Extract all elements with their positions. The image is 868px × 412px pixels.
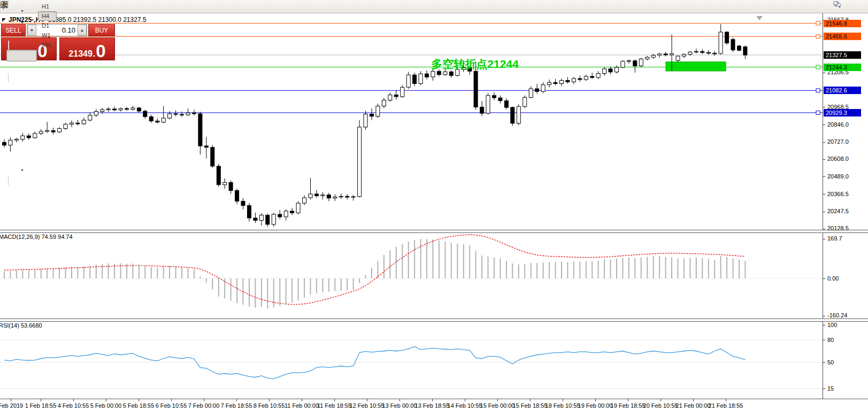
chat-glyph xyxy=(833,0,841,9)
indicators-icon[interactable]: ▾ xyxy=(6,29,37,41)
buy-button[interactable]: BUY xyxy=(88,24,115,36)
timeframe-mn[interactable]: MN xyxy=(38,40,57,50)
macd-tick-mark xyxy=(823,239,825,239)
vertical-line-icon[interactable] xyxy=(6,82,37,94)
macd-histogram xyxy=(4,239,745,308)
time-axis-label: Feb 2019 xyxy=(0,402,23,409)
price-tick-mark xyxy=(823,142,825,143)
annotation-text[interactable]: 多空转折点21244 xyxy=(431,58,519,71)
fibonacci-icon[interactable]: F xyxy=(6,129,37,141)
rsi-tick-mark xyxy=(823,325,825,325)
time-axis-label: 21 Feb 00:00 xyxy=(676,402,711,409)
rsi-tick-label: 50 xyxy=(827,359,834,366)
timeframe-d1[interactable]: D1 xyxy=(38,21,57,30)
time-tick-mark xyxy=(269,399,270,401)
rsi-tick-label: 80 xyxy=(827,337,834,344)
rsi-tick-label: 100 xyxy=(827,322,837,329)
dropdown-caret-icon[interactable]: ▾ xyxy=(21,168,23,173)
toolbar: 单 自动交易▾▾▾EFAT▾ M1M5M15M30H1H4D1W1MN xyxy=(0,0,868,13)
time-tick-mark xyxy=(106,399,106,401)
time-axis-label: 19 Feb 00:00 xyxy=(578,402,613,409)
time-axis-label: 20 Feb 10:55 xyxy=(643,402,678,409)
price-badge: 21082.6 xyxy=(824,87,861,94)
macd-tick-label: 169.7 xyxy=(827,235,842,242)
time-axis-label: 1 Feb 18:55 xyxy=(25,402,57,409)
price-tick-label: 20727.0 xyxy=(827,138,849,145)
time-axis-label: 6 Feb 10:55 xyxy=(156,402,187,409)
chart-canvas[interactable]: 多空转折点21244 xyxy=(0,0,868,412)
crosshair-icon[interactable] xyxy=(6,61,37,73)
rsi-tick-mark xyxy=(823,388,825,389)
trendline-icon[interactable] xyxy=(6,106,37,118)
equidistant-channel-icon[interactable]: E xyxy=(6,118,37,129)
buy-price-main: 21349 xyxy=(68,50,93,58)
time-tick-mark xyxy=(693,399,694,401)
new-order-icon[interactable]: ▾ xyxy=(6,5,37,17)
text-icon[interactable]: A xyxy=(6,141,37,153)
price-tick-label: 20846.0 xyxy=(827,121,849,128)
rsi-panel-divider[interactable] xyxy=(0,318,868,322)
level-end-marker[interactable] xyxy=(816,89,820,92)
time-tick-mark xyxy=(139,399,139,401)
price-badge: 21327.5 xyxy=(824,51,861,59)
time-tick-mark xyxy=(302,399,302,401)
dropdown-caret-icon[interactable]: ▾ xyxy=(21,32,23,37)
rsi-label: RSI(14) 53.6680 xyxy=(0,322,42,329)
time-tick-mark xyxy=(334,399,335,401)
time-axis-label: 13 Feb 00:00 xyxy=(382,402,417,409)
toolbar-separator xyxy=(8,73,9,82)
dropdown-caret-icon[interactable]: ▾ xyxy=(21,20,23,25)
time-tick-mark xyxy=(530,399,531,401)
rsi-tick-label: 15 xyxy=(827,385,834,392)
macd-signal-line xyxy=(4,235,745,304)
time-tick-mark xyxy=(628,399,628,401)
buy-price-dot: . xyxy=(93,50,95,58)
chat-icon[interactable] xyxy=(849,1,864,12)
time-tick-mark xyxy=(726,399,726,401)
time-axis-label: 7 Feb 00:00 xyxy=(188,402,220,409)
horizontal-line-icon[interactable] xyxy=(6,94,37,106)
level-end-marker[interactable] xyxy=(816,111,820,114)
mt4-window: 多空转折点21244 单 自动交易▾▾▾EFAT▾ M1M5M15M30H1H4… xyxy=(0,0,868,412)
periods-clock-icon[interactable]: ▾ xyxy=(6,17,37,29)
dropdown-caret-icon[interactable]: ▾ xyxy=(21,9,23,13)
time-tick-mark xyxy=(367,399,367,401)
time-axis-label: 11 Feb 18:55 xyxy=(317,402,351,409)
buy-price[interactable]: 21349 . 0 xyxy=(59,37,115,60)
highlight-zone[interactable] xyxy=(666,62,726,71)
chart-shift-marker[interactable] xyxy=(756,16,763,20)
arrows-icon[interactable]: ▾ xyxy=(6,165,37,176)
symbol-marker-icon xyxy=(2,18,6,22)
toolbar-separator xyxy=(8,176,9,185)
time-tick-mark xyxy=(171,399,172,401)
text-label-icon[interactable]: T xyxy=(6,153,37,165)
volume-up-button[interactable]: ▲ xyxy=(78,25,87,36)
price-tick-mark xyxy=(823,73,825,73)
macd-panel-divider[interactable] xyxy=(0,230,868,233)
time-tick-mark xyxy=(236,399,237,401)
price-tick-label: 20366.5 xyxy=(827,191,849,198)
time-tick-mark xyxy=(204,399,204,401)
level-end-marker[interactable] xyxy=(816,35,820,38)
rsi-tick-mark xyxy=(823,362,825,363)
toolbar-separator xyxy=(8,41,9,50)
macd-tick-mark xyxy=(823,316,825,316)
time-axis-label: 15 Feb 00:00 xyxy=(480,402,515,409)
price-tick-mark xyxy=(823,229,825,229)
time-axis-label: 12 Feb 10:55 xyxy=(350,402,385,409)
time-tick-mark xyxy=(465,399,465,401)
level-end-marker[interactable] xyxy=(816,21,820,25)
level-end-marker[interactable] xyxy=(816,65,820,69)
timeframe-h1[interactable]: H1 xyxy=(38,2,57,11)
cursor-icon[interactable] xyxy=(6,50,37,61)
time-axis-label: 15 Feb 18:55 xyxy=(513,402,548,409)
buy-price-big-digit: 0 xyxy=(96,44,105,58)
macd-tick-label: 0.00 xyxy=(827,275,839,282)
time-tick-mark xyxy=(660,399,661,401)
time-axis-label: 14 Feb 10:55 xyxy=(448,402,482,409)
arrows-glyph xyxy=(0,0,9,9)
time-tick-mark xyxy=(432,399,433,401)
timeframe-h4[interactable]: H4 xyxy=(38,11,57,21)
time-axis-label: 13 Feb 18:55 xyxy=(415,402,450,409)
timeframe-w1[interactable]: W1 xyxy=(38,30,57,40)
